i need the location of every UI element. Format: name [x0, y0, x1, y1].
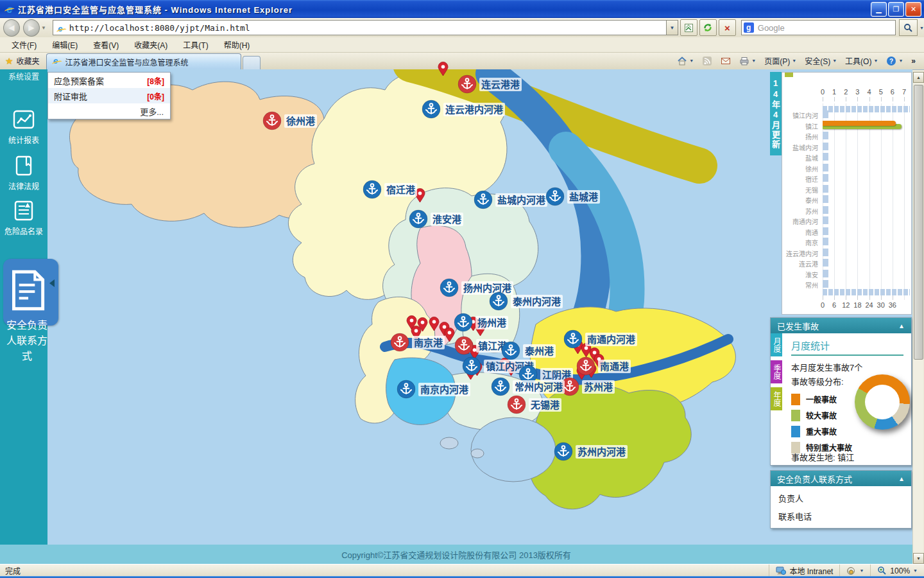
- port-marker[interactable]: 常州内河港: [491, 377, 565, 396]
- mail-button[interactable]: [717, 55, 734, 67]
- menu-item[interactable]: 编辑(E): [46, 37, 84, 52]
- page-scrollbar[interactable]: ▲ ▼: [912, 72, 923, 564]
- forward-button[interactable]: ▶: [23, 19, 40, 37]
- sidebar-item-hazardous-list[interactable]: 危险品名录: [0, 199, 47, 237]
- top-edge-band: [823, 106, 910, 112]
- menu-bar: 文件(F)编辑(E)查看(V)收藏夹(A)工具(T)帮助(H): [0, 37, 924, 53]
- home-button[interactable]: ▼: [674, 55, 697, 67]
- port-marker[interactable]: 南京内河港: [397, 380, 470, 399]
- chart-category-label: 南通内河: [782, 216, 818, 226]
- port-marker[interactable]: 连云港内河港: [422, 100, 505, 119]
- help-button[interactable]: ? ▼: [883, 55, 906, 67]
- history-dropdown-icon[interactable]: ▼: [41, 25, 46, 31]
- tab-title: 江苏省港口安全监管与应急管理系统: [65, 57, 189, 67]
- accidents-tab-inactive[interactable]: 季度: [771, 360, 782, 383]
- port-marker[interactable]: 扬州港: [454, 313, 508, 332]
- overflow-chevron[interactable]: »: [908, 55, 919, 67]
- ie-icon: e: [4, 4, 14, 14]
- chart-category-label: 苏州: [782, 206, 818, 216]
- contact-phone-row[interactable]: 联系电话: [771, 504, 911, 522]
- stop-button[interactable]: ×: [719, 19, 736, 36]
- page-ie-icon: e: [56, 22, 66, 33]
- sidebar-item-system-settings[interactable]: 系统设置: [0, 71, 47, 82]
- tab-active[interactable]: e 江苏省港口安全监管与应急管理系统: [46, 53, 241, 69]
- port-marker[interactable]: 宿迁港: [363, 180, 417, 199]
- close-button[interactable]: ✕: [905, 2, 921, 17]
- port-marker[interactable]: 南京港: [390, 333, 445, 352]
- top-axis-tick: [834, 97, 835, 101]
- top-axis-tick-label: 6: [886, 88, 899, 96]
- accidents-panel: 已发生事故 ▲ 月度季度年度 月度统计 本月度发生事故7个 事故等级分布: 一般…: [770, 317, 912, 466]
- back-button[interactable]: ◀: [3, 19, 20, 37]
- accident-pin-icon[interactable]: [438, 62, 449, 79]
- top-axis-tick: [904, 97, 905, 101]
- port-marker[interactable]: 苏州港: [560, 377, 615, 396]
- favorites-button[interactable]: ★ 收藏夹: [0, 55, 46, 69]
- port-marker[interactable]: 盐城港: [545, 187, 600, 206]
- accidents-tab-active[interactable]: 月度: [771, 333, 782, 356]
- menu-item[interactable]: 收藏夹(A): [128, 37, 174, 52]
- accident-pin-icon[interactable]: [429, 317, 440, 334]
- port-marker[interactable]: 南通港: [576, 356, 631, 376]
- safety-menu-button[interactable]: 安全(S)▼: [801, 54, 840, 67]
- port-marker[interactable]: 盐城内河港: [474, 190, 547, 209]
- accidents-period-tabs: 月度季度年度: [771, 333, 782, 414]
- accidents-tab-inactive[interactable]: 年度: [771, 387, 782, 410]
- address-dropdown[interactable]: ▼: [667, 20, 678, 35]
- scroll-thumb[interactable]: [914, 85, 923, 360]
- port-marker[interactable]: 泰州内河港: [489, 292, 563, 311]
- zoom-control[interactable]: 100% ▼: [870, 565, 924, 577]
- bottom-axis-tick: [823, 295, 823, 300]
- port-label: 无锡港: [529, 398, 561, 412]
- accident-location: 事故发生地: 镇江: [791, 451, 854, 463]
- sidebar-item-laws[interactable]: 法律法规: [0, 154, 47, 192]
- menu-item[interactable]: 查看(V): [87, 37, 125, 52]
- accidents-panel-header[interactable]: 已发生事故 ▲: [771, 318, 911, 333]
- refresh-icon: [703, 22, 713, 33]
- menu-item[interactable]: 文件(F): [5, 37, 43, 52]
- feeds-button[interactable]: [699, 55, 715, 67]
- bar-orange[interactable]: [823, 121, 896, 126]
- scroll-up-button[interactable]: ▲: [913, 72, 924, 83]
- scroll-down-button[interactable]: ▼: [913, 553, 924, 564]
- intranet-icon: [776, 566, 786, 575]
- menu-item[interactable]: 帮助(H): [218, 37, 257, 52]
- quick-row-emergency-plan[interactable]: 应急预案备案[8条]: [48, 73, 170, 88]
- search-button[interactable]: [899, 19, 918, 36]
- page-menu-button[interactable]: 页面(P)▼: [761, 54, 800, 67]
- new-tab-button[interactable]: [243, 56, 261, 69]
- favorites-label: 收藏夹: [17, 55, 40, 66]
- sidebar-item-statistics[interactable]: 统计报表: [0, 108, 47, 146]
- print-button[interactable]: ▼: [736, 55, 759, 67]
- minimize-button[interactable]: ▁: [871, 2, 887, 17]
- port-marker[interactable]: 苏州内河港: [554, 442, 628, 461]
- compatibility-view-button[interactable]: [680, 19, 697, 36]
- sidebar-item-safety-contact[interactable]: 安全负责人联系方式: [3, 259, 58, 326]
- zero-stub-bar: [823, 143, 828, 150]
- zoom-magnifier-icon: [877, 566, 887, 575]
- port-marker[interactable]: 淮安港: [409, 209, 463, 229]
- port-marker[interactable]: 南通内河港: [563, 329, 637, 349]
- refresh-button[interactable]: [699, 19, 717, 36]
- more-link[interactable]: 更多...: [48, 103, 170, 119]
- bottom-axis-tick: [846, 295, 846, 300]
- protected-mode-button[interactable]: ▼: [839, 565, 870, 577]
- search-options-dropdown[interactable]: ▼: [920, 26, 924, 30]
- tools-menu-button[interactable]: 工具(O)▼: [842, 54, 881, 67]
- contact-person-row[interactable]: 负责人: [771, 486, 911, 504]
- port-marker[interactable]: 连云港港: [458, 74, 522, 94]
- zero-stub-bar: [823, 195, 828, 203]
- quick-row-certificate-approval[interactable]: 附证审批[0条]: [48, 88, 170, 103]
- collapse-icon[interactable]: ▲: [898, 322, 905, 329]
- contact-panel-header[interactable]: 安全负责人联系方式 ▲: [771, 471, 911, 486]
- restore-button[interactable]: ❐: [888, 2, 904, 17]
- collapse-icon[interactable]: ▲: [898, 475, 905, 482]
- chart-category-label: 镇江: [782, 121, 818, 131]
- port-label: 宿迁港: [384, 183, 417, 197]
- search-box[interactable]: g Google: [741, 20, 896, 35]
- address-bar[interactable]: e http://localhost:8080/yjpt/Main.html: [53, 20, 667, 35]
- port-marker[interactable]: 无锡港: [507, 395, 561, 414]
- port-marker[interactable]: 徐州港: [262, 111, 317, 130]
- top-axis-tick: [857, 97, 858, 101]
- menu-item[interactable]: 工具(T): [176, 37, 214, 52]
